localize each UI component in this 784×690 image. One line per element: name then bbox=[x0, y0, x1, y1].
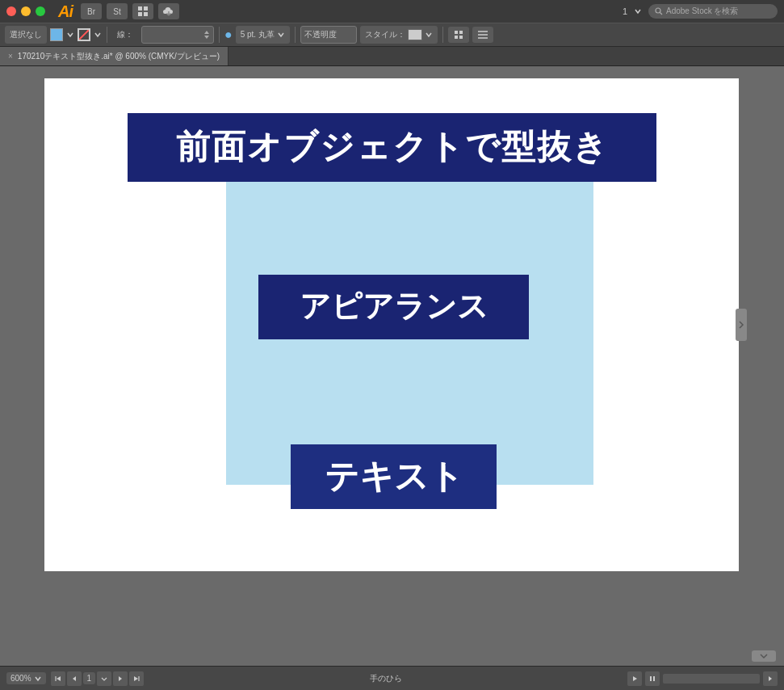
stroke-weight-input[interactable] bbox=[141, 26, 214, 44]
stock-icon[interactable]: St bbox=[107, 3, 128, 19]
cloud-icon[interactable] bbox=[158, 3, 179, 19]
toolbar-separator-4 bbox=[442, 27, 443, 43]
tab-bar: × 170210テキスト型抜き.ai* @ 600% (CMYK/プレビュー) bbox=[0, 47, 784, 66]
svg-rect-12 bbox=[459, 36, 463, 39]
brush-size-label: 5 pt. 丸革 bbox=[241, 29, 275, 40]
opacity-field[interactable]: 不透明度 bbox=[300, 26, 357, 44]
align-icon[interactable] bbox=[472, 27, 493, 43]
tab-close-button[interactable]: × bbox=[8, 52, 13, 61]
play-button[interactable] bbox=[627, 671, 642, 686]
workspace-chevron-icon bbox=[634, 7, 642, 15]
fill-color-swatch[interactable] bbox=[50, 28, 63, 41]
minimize-button[interactable] bbox=[21, 6, 31, 16]
grid-view-icon[interactable] bbox=[448, 27, 469, 43]
fill-dropdown-icon[interactable] bbox=[66, 31, 74, 39]
banner-bot-text: テキスト bbox=[325, 454, 463, 499]
stroke-label: 線： bbox=[112, 26, 138, 44]
svg-rect-9 bbox=[455, 31, 458, 34]
canvas-content: 前面オブジェクトで型抜き アピアランス テキスト bbox=[44, 78, 739, 571]
scroll-chevron-icon bbox=[738, 318, 744, 331]
svg-rect-10 bbox=[459, 31, 463, 34]
document-tab[interactable]: × 170210テキスト型抜き.ai* @ 600% (CMYK/プレビュー) bbox=[0, 47, 228, 65]
selection-indicator: 選択なし bbox=[5, 26, 47, 44]
banner-top-text: 前面オブジェクトで型抜き bbox=[176, 124, 609, 170]
toolbar-separator-2 bbox=[219, 27, 220, 43]
toolbar-separator-3 bbox=[295, 27, 296, 43]
bullet-icon: ● bbox=[224, 27, 233, 42]
page-number: 1 bbox=[83, 672, 96, 684]
traffic-lights bbox=[6, 6, 45, 16]
artwork-area: 前面オブジェクトで型抜き アピアランス テキスト bbox=[97, 97, 686, 553]
search-icon bbox=[655, 7, 663, 15]
tab-title: 170210テキスト型抜き.ai* @ 600% (CMYK/プレビュー) bbox=[18, 51, 220, 62]
canvas-wrapper: 前面オブジェクトで型抜き アピアランス テキスト bbox=[0, 66, 784, 666]
close-button[interactable] bbox=[6, 6, 16, 16]
style-selector[interactable]: スタイル： bbox=[360, 26, 438, 44]
maximize-button[interactable] bbox=[36, 6, 45, 16]
search-placeholder: Adobe Stock を検索 bbox=[666, 6, 738, 17]
style-label: スタイル： bbox=[365, 29, 405, 40]
svg-line-8 bbox=[660, 13, 663, 15]
banner-top: 前面オブジェクトで型抜き bbox=[128, 113, 656, 182]
ai-logo: Ai bbox=[58, 2, 73, 21]
status-bar: 600% 1 手のひら bbox=[0, 666, 784, 690]
svg-rect-2 bbox=[138, 12, 142, 16]
toolbar-separator-1 bbox=[107, 27, 107, 43]
brush-size-selector[interactable]: 5 pt. 丸革 bbox=[236, 26, 290, 44]
stroke-weight-spinner[interactable] bbox=[203, 29, 210, 40]
tool-label: 手のひら bbox=[149, 673, 623, 684]
svg-rect-3 bbox=[144, 12, 148, 16]
banner-bot: テキスト bbox=[291, 444, 497, 509]
nav-prev-button[interactable] bbox=[67, 671, 82, 686]
workspace-number: 1 bbox=[623, 6, 627, 16]
title-bar-icon-group: Br St bbox=[81, 3, 179, 19]
brush-size-dropdown-icon[interactable] bbox=[277, 31, 285, 39]
status-right-controls bbox=[627, 671, 778, 686]
toolbar: 選択なし 線： ● 5 pt. 丸革 不透明度 スタイル： bbox=[0, 23, 784, 47]
bridge-icon[interactable]: Br bbox=[81, 3, 102, 19]
stop-button[interactable] bbox=[645, 671, 660, 686]
banner-mid: アピアランス bbox=[258, 275, 529, 339]
stock-search-box[interactable]: Adobe Stock を検索 bbox=[648, 4, 778, 19]
style-swatch bbox=[408, 29, 422, 40]
stroke-indicator[interactable] bbox=[78, 28, 90, 41]
stroke-dropdown-icon[interactable] bbox=[94, 31, 102, 39]
layout-icon[interactable] bbox=[132, 3, 153, 19]
opacity-label: 不透明度 bbox=[304, 29, 337, 40]
svg-rect-11 bbox=[455, 36, 458, 39]
page-num-dropdown[interactable] bbox=[97, 671, 111, 686]
zoom-value: 600% bbox=[10, 674, 31, 683]
nav-next-button[interactable] bbox=[113, 671, 128, 686]
zoom-dropdown-icon[interactable] bbox=[34, 675, 42, 683]
scroll-handle-right[interactable] bbox=[736, 309, 747, 341]
scroll-right-button[interactable] bbox=[763, 671, 778, 686]
title-bar-right: 1 Adobe Stock を検索 bbox=[623, 4, 778, 19]
scroll-handle-bottom[interactable] bbox=[752, 650, 776, 662]
nav-last-button[interactable] bbox=[129, 671, 144, 686]
style-dropdown-icon[interactable] bbox=[425, 31, 433, 39]
nav-first-button[interactable] bbox=[51, 671, 65, 686]
selection-label: 選択なし bbox=[10, 29, 42, 40]
banner-mid-text: アピアランス bbox=[300, 286, 488, 327]
scroll-chevron-bottom-icon bbox=[757, 653, 770, 659]
svg-rect-1 bbox=[144, 6, 148, 11]
scroll-track[interactable] bbox=[663, 674, 760, 684]
svg-point-7 bbox=[656, 8, 660, 13]
page-navigation: 1 bbox=[51, 671, 145, 686]
zoom-control[interactable]: 600% bbox=[6, 672, 46, 684]
title-bar: Ai Br St 1 bbox=[0, 0, 784, 23]
svg-rect-0 bbox=[138, 6, 142, 11]
